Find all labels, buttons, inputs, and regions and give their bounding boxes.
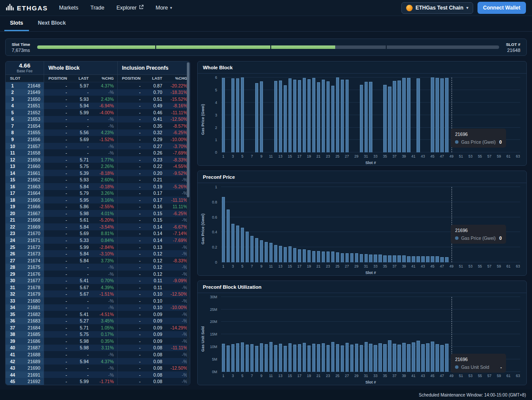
table-row[interactable]: 821655-5.564.23%-0.32-6.25% <box>6 129 190 136</box>
table-row[interactable]: 1821665-5.953.16%-0.17-11.11% <box>6 197 190 203</box>
gas-bar[interactable] <box>298 249 301 262</box>
gas-bar[interactable] <box>365 254 368 262</box>
gas-bar[interactable] <box>317 344 320 372</box>
table-row[interactable]: 3821685-5.750.17%-0.09-% <box>6 331 190 338</box>
gas-bar[interactable] <box>350 253 353 262</box>
table-row[interactable]: 3121678-5.674.39%-0.11-% <box>6 284 190 291</box>
gas-bar[interactable] <box>241 228 244 262</box>
gas-bar[interactable] <box>365 82 368 153</box>
gas-bar[interactable] <box>360 345 363 372</box>
gas-bar[interactable] <box>222 344 225 372</box>
table-row[interactable]: 4321690---%-0.08-12.50% <box>6 365 190 371</box>
gas-bar[interactable] <box>393 255 396 262</box>
gas-bar[interactable] <box>445 78 448 152</box>
table-row[interactable]: 1721664-5.793.26%-0.17-% <box>6 190 190 197</box>
gas-bar[interactable] <box>308 345 311 372</box>
gas-bar[interactable] <box>397 345 401 372</box>
gas-bar[interactable] <box>378 343 381 372</box>
gas-bar[interactable] <box>341 80 344 153</box>
gas-bar[interactable] <box>255 238 258 262</box>
gas-bar[interactable] <box>303 78 306 152</box>
table-row[interactable]: 421651-5.94-6.94%-0.49-8.16% <box>6 103 190 110</box>
gas-bar[interactable] <box>227 345 230 372</box>
table-row[interactable]: 321650-5.932.43%-0.51-15.52% <box>6 96 190 103</box>
gas-bar[interactable] <box>250 344 253 372</box>
gas-bar[interactable] <box>274 81 277 152</box>
gas-bar[interactable] <box>260 81 263 152</box>
nav-markets[interactable]: Markets <box>59 5 78 11</box>
gas-bar[interactable] <box>440 257 443 262</box>
gas-bar[interactable] <box>327 345 330 372</box>
table-row[interactable]: 2821675---%-0.12-% <box>6 264 190 271</box>
ethgas-logo[interactable]: ETHGAS <box>6 3 48 12</box>
gas-bar[interactable] <box>336 77 339 152</box>
gas-bar[interactable] <box>236 226 239 262</box>
gas-bar[interactable] <box>383 255 386 262</box>
gas-bar[interactable] <box>346 253 349 262</box>
gas-bar[interactable] <box>250 236 253 262</box>
table-row[interactable]: 121648-5.974.37%-0.87-20.22% <box>6 82 190 89</box>
table-row[interactable]: 1621663-5.84-0.18%-0.19-5.26% <box>6 183 190 190</box>
nav-explorer[interactable]: Explorer <box>116 5 144 11</box>
gas-bar[interactable] <box>407 78 410 153</box>
gas-bar[interactable] <box>417 341 420 372</box>
gas-bar[interactable] <box>241 77 244 152</box>
table-row[interactable]: 4221689-5.944.37%-0.08-% <box>6 358 190 365</box>
table-row[interactable]: 2421671-5.330.84%-0.14-7.69% <box>6 237 190 244</box>
gas-bar[interactable] <box>265 242 268 262</box>
gas-bar[interactable] <box>431 256 434 262</box>
table-row[interactable]: 1221659-5.711.77%-0.23-8.33% <box>6 156 190 163</box>
table-row[interactable]: 4021687-5.983.11%-0.08-11.11% <box>6 345 190 352</box>
gas-bar[interactable] <box>308 79 311 152</box>
gas-bar[interactable] <box>284 247 287 262</box>
gas-bar[interactable] <box>436 256 439 262</box>
table-row[interactable]: 721654---%-0.35-8.57% <box>6 123 190 129</box>
table-row[interactable]: 2521672-5.99-2.84%-0.13-% <box>6 244 190 251</box>
gas-bar[interactable] <box>407 256 410 262</box>
gas-bar[interactable] <box>374 345 377 372</box>
gas-bar[interactable] <box>284 346 287 372</box>
gas-bar[interactable] <box>269 243 272 262</box>
table-row[interactable]: 1121658---%-0.26-7.69% <box>6 149 190 156</box>
gas-bar[interactable] <box>265 344 268 372</box>
table-row[interactable]: 2121668-5.61-5.20%-0.15-% <box>6 217 190 224</box>
table-row[interactable]: 621653---%-0.41-12.50% <box>6 116 190 123</box>
gas-bar[interactable] <box>322 252 325 262</box>
connect-wallet-button[interactable]: Connect Wallet <box>478 2 526 14</box>
gas-bar[interactable] <box>431 77 434 152</box>
gas-bar[interactable] <box>312 78 315 153</box>
gas-bar[interactable] <box>388 87 391 152</box>
table-row[interactable]: 1421661-5.39-8.18%-0.20-9.52% <box>6 170 190 177</box>
gas-bar[interactable] <box>227 210 230 262</box>
table-row[interactable]: 1021657---%-0.27-3.70% <box>6 143 190 150</box>
gas-bar[interactable] <box>279 344 282 372</box>
gas-bar[interactable] <box>327 252 330 262</box>
table-row[interactable]: 3221679-5.67-1.51%-0.10-12.50% <box>6 290 190 297</box>
gas-bar[interactable] <box>397 81 401 152</box>
gas-bar[interactable] <box>346 343 349 372</box>
gas-bar[interactable] <box>346 80 349 153</box>
gas-bar[interactable] <box>374 255 377 262</box>
gas-bar[interactable] <box>360 85 363 152</box>
gas-bar[interactable] <box>308 250 311 262</box>
table-row[interactable]: 3021677-5.410.70%-0.11-9.09% <box>6 277 190 284</box>
gas-bar[interactable] <box>331 86 334 152</box>
gas-bar[interactable] <box>331 342 334 372</box>
gas-bar[interactable] <box>341 345 344 372</box>
table-row[interactable]: 3921686-5.980.35%-0.09-% <box>6 338 190 345</box>
gas-bar[interactable] <box>298 80 301 152</box>
gas-bar[interactable] <box>317 251 320 262</box>
gas-bar[interactable] <box>260 343 263 372</box>
gas-bar[interactable] <box>355 344 358 372</box>
gas-bar[interactable] <box>440 345 443 372</box>
gas-bar[interactable] <box>279 81 282 152</box>
gas-bar[interactable] <box>402 343 405 372</box>
table-row[interactable]: 1921666-5.86-2.55%-0.1611.11% <box>6 203 190 210</box>
gas-bar[interactable] <box>246 232 249 262</box>
gas-bar[interactable] <box>288 343 292 372</box>
gas-bar[interactable] <box>298 344 301 372</box>
gas-bar[interactable] <box>393 344 396 372</box>
gas-bar[interactable] <box>393 81 396 152</box>
gas-bar[interactable] <box>293 345 296 372</box>
table-row[interactable]: 221649---%-0.70-18.31% <box>6 89 190 96</box>
